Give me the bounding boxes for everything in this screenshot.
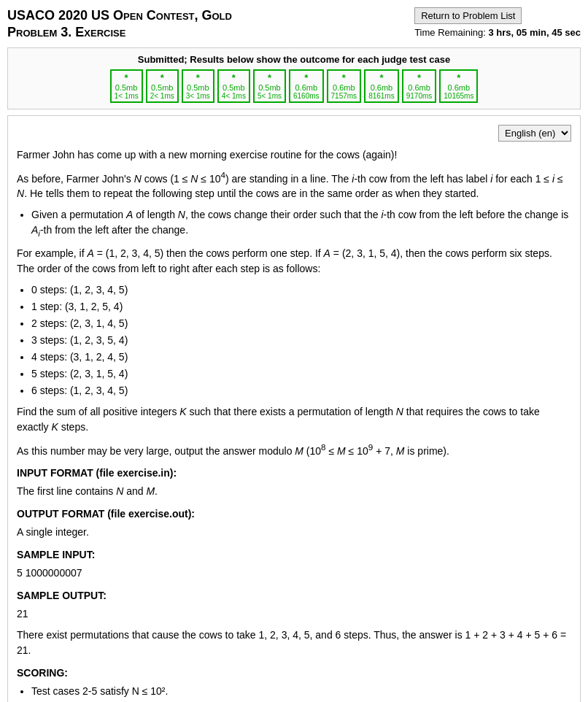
steps-list: 0 steps: (1, 2, 3, 4, 5)1 step: (3, 1, 2…	[31, 282, 571, 398]
test-case: * 0.5mb 1 < 1ms	[110, 69, 143, 103]
step-item: 5 steps: (2, 3, 1, 5, 4)	[31, 366, 571, 382]
output-title: OUTPUT FORMAT (file exercise.out):	[17, 506, 571, 522]
test-case: * 0.5mb 5 < 1ms	[253, 69, 286, 103]
page-title: USACO 2020 US Open Contest, Gold Problem…	[7, 7, 232, 42]
return-button[interactable]: Return to Problem List	[414, 7, 522, 24]
test-case-time: < 1ms	[225, 92, 246, 100]
explanation: There exist permutations that cause the …	[17, 628, 571, 658]
test-cases-container: * 0.5mb 1 < 1ms * 0.5mb 2 < 1ms * 0.5mb …	[14, 69, 574, 103]
title-line2: Problem 3. Exercise	[7, 24, 232, 41]
scoring-item: Test cases 2-5 satisfy N ≤ 10².	[31, 684, 571, 699]
scoring-title: SCORING:	[17, 666, 571, 681]
input-desc: The first line contains N and M.	[17, 484, 571, 499]
test-case-time: 161ms	[373, 92, 395, 100]
bullet-list-1: Given a permutation A of length N, the c…	[31, 207, 571, 239]
lang-bar: English (en)	[17, 125, 571, 142]
content-area: English (en) Farmer John has come up wit…	[7, 115, 581, 702]
test-case-size: 0.5mb	[150, 83, 174, 92]
test-case-size: 0.6mb	[406, 83, 433, 92]
step-item: 6 steps: (1, 2, 3, 4, 5)	[31, 383, 571, 398]
test-case-size: 0.6mb	[331, 83, 357, 92]
test-case-star: *	[222, 72, 246, 83]
test-case-size: 0.6mb	[444, 83, 473, 92]
test-case-size: 0.6mb	[293, 83, 320, 92]
test-case-size: 0.6mb	[368, 83, 395, 92]
test-case-time: 165ms	[452, 92, 473, 100]
test-case-star: *	[331, 72, 357, 83]
test-case-time: < 1ms	[154, 92, 174, 100]
time-value: 3 hrs, 05 min, 45 sec	[489, 27, 581, 38]
test-case-star: *	[406, 72, 433, 83]
scoring-list: Test cases 2-5 satisfy N ≤ 10².Test case…	[31, 684, 571, 702]
step-item: 4 steps: (3, 1, 2, 4, 5)	[31, 350, 571, 365]
para4: As this number may be very large, output…	[17, 441, 571, 459]
time-label: Time Remaining:	[414, 27, 486, 38]
title-line1: USACO 2020 US Open Contest, Gold	[7, 7, 232, 24]
test-case-star: *	[150, 72, 174, 83]
time-remaining: Time Remaining: 3 hrs, 05 min, 45 sec	[414, 27, 581, 38]
header-right: Return to Problem List Time Remaining: 3…	[414, 7, 581, 38]
test-case-time: < 1ms	[190, 92, 210, 100]
para2: For example, if A = (1, 2, 3, 4, 5) then…	[17, 246, 571, 277]
test-case: * 0.6mb 10 165ms	[439, 69, 478, 103]
input-title: INPUT FORMAT (file exercise.in):	[17, 466, 571, 481]
test-case: * 0.6mb 7 157ms	[327, 69, 362, 103]
sample-output-value: 21	[17, 606, 571, 622]
step-item: 3 steps: (1, 2, 3, 5, 4)	[31, 333, 571, 348]
header: USACO 2020 US Open Contest, Gold Problem…	[7, 7, 581, 42]
test-case: * 0.6mb 9 170ms	[402, 69, 437, 103]
test-case: * 0.5mb 3 < 1ms	[182, 69, 214, 103]
test-case: * 0.5mb 4 < 1ms	[217, 69, 250, 103]
test-case-star: *	[258, 72, 282, 83]
step-item: 0 steps: (1, 2, 3, 4, 5)	[31, 282, 571, 298]
test-case-size: 0.5mb	[115, 83, 139, 92]
test-case-size: 0.5mb	[258, 83, 282, 92]
results-title: Submitted; Results below show the outcom…	[14, 54, 574, 65]
step-item: 1 step: (3, 1, 2, 5, 4)	[31, 299, 571, 315]
test-case-star: *	[444, 72, 473, 83]
test-case-size: 0.5mb	[186, 83, 210, 92]
test-case-star: *	[293, 72, 320, 83]
page-wrapper: USACO 2020 US Open Contest, Gold Problem…	[0, 0, 588, 702]
sample-output-title: SAMPLE OUTPUT:	[17, 588, 571, 603]
test-case-time: < 1ms	[261, 92, 282, 100]
test-case-star: *	[368, 72, 395, 83]
test-case-star: *	[186, 72, 210, 83]
test-case-time: < 1ms	[118, 92, 139, 100]
results-box: Submitted; Results below show the outcom…	[7, 47, 581, 109]
test-case-star: *	[115, 72, 139, 83]
para3: Find the sum of all positive integers K …	[17, 404, 571, 435]
test-case-num: 10	[444, 92, 452, 100]
test-case: * 0.6mb 8 161ms	[364, 69, 399, 103]
intro: Farmer John has come up with a new morni…	[17, 147, 571, 163]
test-case-time: 157ms	[335, 92, 357, 100]
test-case-size: 0.5mb	[222, 83, 246, 92]
output-desc: A single integer.	[17, 525, 571, 540]
test-case-time: 160ms	[298, 92, 320, 100]
language-select[interactable]: English (en)	[498, 125, 571, 142]
test-case: * 0.6mb 6 160ms	[289, 69, 324, 103]
test-case-time: 170ms	[410, 92, 432, 100]
sample-input-value: 5 1000000007	[17, 566, 571, 581]
bullet-item-1: Given a permutation A of length N, the c…	[31, 207, 571, 239]
test-case: * 0.5mb 2 < 1ms	[146, 69, 179, 103]
step-item: 2 steps: (2, 3, 1, 4, 5)	[31, 316, 571, 331]
sample-input-title: SAMPLE INPUT:	[17, 547, 571, 563]
para1: As before, Farmer John's N cows (1 ≤ N ≤…	[17, 169, 571, 202]
